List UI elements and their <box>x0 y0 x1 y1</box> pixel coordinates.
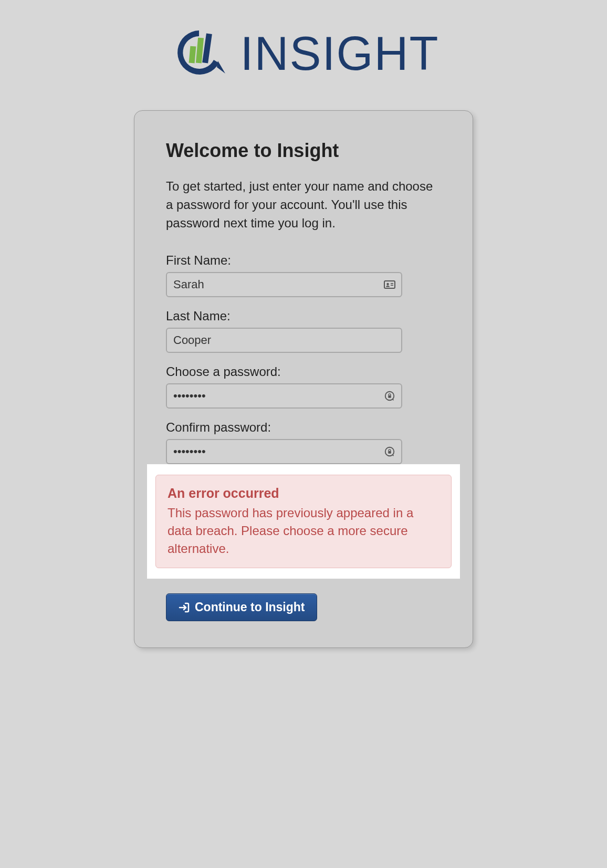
svg-rect-6 <box>391 285 393 286</box>
first-name-group: First Name: <box>166 253 441 297</box>
continue-button[interactable]: Continue to Insight <box>166 593 317 621</box>
confirm-password-label: Confirm password: <box>166 420 441 435</box>
password-label: Choose a password: <box>166 364 441 379</box>
error-body: This password has previously appeared in… <box>168 504 439 557</box>
confirm-password-group: Confirm password: <box>166 420 441 464</box>
error-title: An error occurred <box>168 486 439 501</box>
continue-button-label: Continue to Insight <box>195 600 305 614</box>
svg-rect-0 <box>189 46 196 64</box>
svg-rect-8 <box>388 395 391 398</box>
sign-in-icon <box>178 601 191 614</box>
signup-card: Welcome to Insight To get started, just … <box>134 110 473 648</box>
first-name-input[interactable] <box>166 272 402 297</box>
svg-point-4 <box>386 283 389 285</box>
svg-rect-1 <box>196 38 204 64</box>
insight-logo-icon <box>168 26 231 81</box>
first-name-label: First Name: <box>166 253 441 268</box>
svg-rect-3 <box>384 281 395 288</box>
password-group: Choose a password: <box>166 364 441 409</box>
last-name-label: Last Name: <box>166 309 441 323</box>
card-intro-text: To get started, just enter your name and… <box>166 177 441 232</box>
password-input[interactable] <box>166 383 402 409</box>
lock-refresh-icon <box>383 445 396 458</box>
svg-rect-10 <box>388 451 391 454</box>
last-name-group: Last Name: <box>166 309 441 353</box>
svg-rect-5 <box>391 283 393 284</box>
error-alert: An error occurred This password has prev… <box>155 475 452 568</box>
contact-card-icon <box>383 278 396 291</box>
svg-rect-2 <box>203 34 213 64</box>
brand-logo: INSIGHT <box>168 26 439 81</box>
brand-name: INSIGHT <box>240 27 439 81</box>
last-name-input[interactable] <box>166 328 402 353</box>
confirm-password-input[interactable] <box>166 439 402 464</box>
card-heading: Welcome to Insight <box>166 140 441 162</box>
error-highlight-region: An error occurred This password has prev… <box>147 464 460 579</box>
lock-refresh-icon <box>383 390 396 402</box>
